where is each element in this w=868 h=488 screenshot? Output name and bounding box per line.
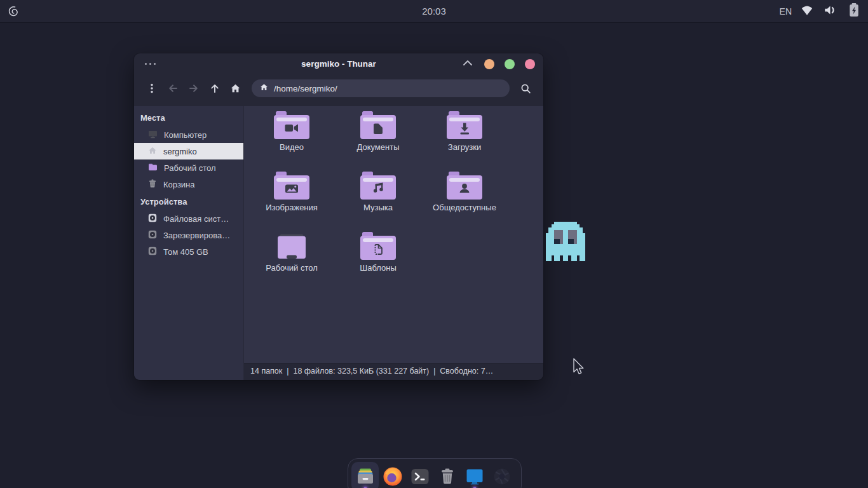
sidebar-item-label: Том 405 GB [163, 247, 208, 257]
sidebar-item-label: Корзина [163, 180, 195, 189]
sidebar-item-label: Компьютер [164, 130, 207, 140]
folder-icon [147, 162, 158, 174]
drive-icon [147, 229, 158, 241]
firefox-icon [382, 466, 403, 487]
sidebar-item-sergmiko[interactable]: sergmiko [134, 143, 243, 159]
folder-picture-icon [274, 172, 309, 200]
home-button[interactable] [226, 79, 245, 97]
search-button[interactable] [516, 79, 536, 97]
sidebar-item-label: Рабочий стол [164, 163, 216, 173]
sidebar-item-trash[interactable]: Корзина [134, 176, 243, 193]
sidebar-item-desktop[interactable]: Рабочий стол [134, 159, 243, 176]
debian-logo-icon[interactable] [6, 4, 20, 20]
file-manager-icon [355, 466, 376, 487]
folder-desktop[interactable]: Рабочий стол [250, 232, 334, 292]
sidebar-item-label: sergmiko [163, 147, 197, 156]
trash-icon [437, 466, 458, 487]
folder-label: Рабочий стол [250, 263, 334, 273]
folder-label: Видео [250, 142, 334, 152]
folder-pictures[interactable]: Изображения [250, 172, 334, 232]
minimize-button[interactable] [484, 59, 494, 69]
folder-template-icon [360, 232, 396, 260]
folder-music-icon [360, 172, 396, 200]
folder-downloads[interactable]: Загрузки [423, 111, 506, 172]
dock [348, 458, 522, 488]
up-button[interactable] [205, 79, 224, 97]
sidebar-section-devices: Устройства [134, 193, 243, 210]
maximize-button[interactable] [505, 59, 515, 69]
folder-documents[interactable]: Документы [336, 111, 420, 172]
folder-person-icon [447, 172, 482, 200]
folder-label: Общедоступные [423, 203, 506, 212]
folder-label: Загрузки [423, 142, 506, 152]
dock-item-terminal[interactable] [406, 462, 433, 488]
back-button[interactable] [163, 79, 182, 97]
sidebar: Места Компьютер sergmiko Рабочий стол Ко… [134, 106, 243, 380]
volume-icon[interactable] [822, 3, 838, 20]
sidebar-section-places: Места [134, 109, 243, 126]
menu-button[interactable] [142, 79, 161, 97]
file-grid[interactable]: Видео Документы Загрузки Изображения Муз [244, 106, 543, 363]
window-title: sergmiko - Thunar [301, 59, 376, 69]
home-icon [147, 146, 158, 158]
folder-download-icon [447, 111, 482, 139]
trash-icon [147, 179, 158, 191]
shutter-icon [491, 466, 513, 487]
folder-document-icon [360, 111, 396, 139]
dock-item-file-manager[interactable] [351, 462, 379, 488]
sidebar-item-label: Зарезервирова… [163, 231, 230, 240]
computer-icon [147, 129, 158, 141]
sidebar-item-computer[interactable]: Компьютер [134, 126, 243, 143]
shade-button[interactable] [461, 58, 474, 71]
top-panel: 20:03 EN [0, 0, 868, 23]
keyboard-layout-indicator[interactable]: EN [780, 6, 792, 17]
folder-label: Шаблоны [336, 263, 420, 273]
wifi-icon[interactable] [800, 4, 814, 19]
sidebar-item-filesystem[interactable]: Файловая сист… [134, 210, 243, 227]
folder-label: Музыка [336, 203, 420, 212]
mouse-cursor [570, 357, 585, 379]
status-bar: 14 папок | 18 файлов: 323,5 КиБ (331 227… [244, 363, 543, 380]
dock-item-display-settings[interactable] [461, 462, 488, 488]
folder-video[interactable]: Видео [250, 111, 334, 172]
toolbar: /home/sergmiko/ [134, 74, 543, 106]
battery-charging-icon[interactable] [846, 2, 862, 21]
drive-icon [147, 213, 158, 225]
desktop: { "topbar": { "clock": "20:03", "languag… [0, 0, 868, 488]
clock[interactable]: 20:03 [422, 0, 446, 23]
dock-item-trash[interactable] [433, 462, 461, 488]
desktop-folder-icon [274, 232, 309, 260]
folder-label: Изображения [250, 203, 334, 212]
drive-icon [147, 246, 158, 258]
folder-music[interactable]: Музыка [336, 172, 420, 232]
thunar-window: sergmiko - Thunar /h [134, 53, 543, 380]
path-text[interactable]: /home/sergmiko/ [274, 84, 337, 93]
dock-item-screenshot-tool[interactable] [488, 462, 515, 488]
sidebar-item-reserved[interactable]: Зарезервирова… [134, 227, 243, 243]
forward-button[interactable] [184, 79, 203, 97]
display-icon [464, 466, 485, 487]
folder-videocam-icon [274, 111, 309, 139]
path-home-icon [259, 83, 269, 94]
pacman-ghost-sprite [546, 222, 585, 264]
close-button[interactable] [525, 59, 535, 69]
dock-item-firefox[interactable] [379, 462, 406, 488]
terminal-icon [409, 466, 431, 487]
titlebar[interactable]: sergmiko - Thunar [134, 53, 543, 74]
folder-templates[interactable]: Шаблоны [336, 232, 420, 292]
sidebar-item-label: Файловая сист… [163, 214, 229, 224]
path-bar[interactable]: /home/sergmiko/ [252, 79, 510, 97]
folder-label: Документы [336, 142, 420, 152]
window-menu-dots[interactable] [145, 53, 156, 74]
folder-public[interactable]: Общедоступные [423, 172, 506, 232]
sidebar-item-volume-405gb[interactable]: Том 405 GB [134, 243, 243, 260]
